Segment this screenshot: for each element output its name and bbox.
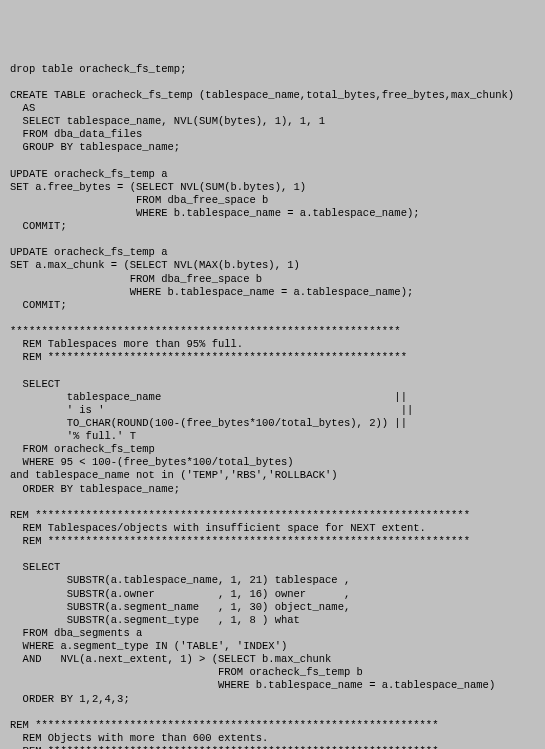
sql-code-block: drop table oracheck_fs_temp; CREATE TABL… xyxy=(10,63,535,750)
